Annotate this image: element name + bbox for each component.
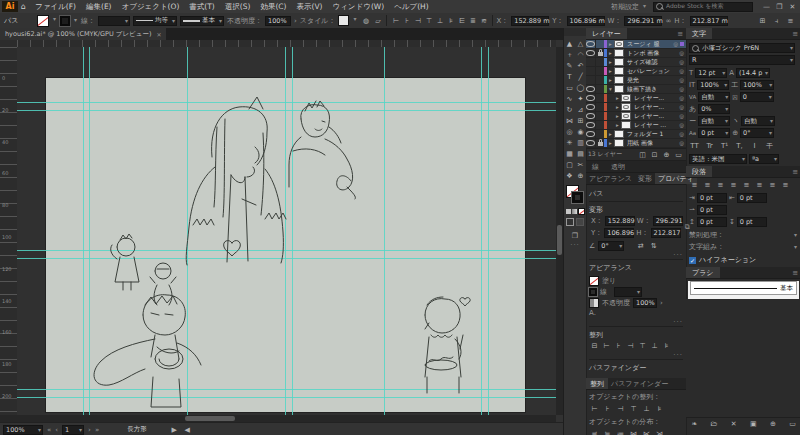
- tab-appearance[interactable]: アピアランス: [586, 173, 635, 184]
- layer-visibility-toggle[interactable]: [586, 94, 596, 102]
- layer-name[interactable]: サイズ確認: [627, 58, 677, 67]
- make-clipping-mask-icon[interactable]: ◫: [637, 150, 648, 160]
- v-align-top-icon[interactable]: ⊤: [628, 404, 639, 414]
- layer-target-icon[interactable]: ◎: [679, 59, 684, 65]
- status-play-icon[interactable]: ▶: [169, 425, 180, 435]
- menu-item-7[interactable]: ウィンドウ(W): [328, 2, 390, 12]
- lasso-tool[interactable]: ◠: [575, 49, 586, 60]
- layer-row-11[interactable]: ▸用紙 画像◎: [586, 139, 686, 148]
- align-left-icon[interactable]: ⊢: [601, 341, 612, 351]
- character-menu-icon[interactable]: ≡: [792, 30, 798, 38]
- tab-align[interactable]: 整列: [586, 378, 608, 389]
- mesh-tool[interactable]: ▦: [564, 148, 575, 159]
- minimize-icon[interactable]: —: [761, 2, 772, 12]
- all-caps-icon[interactable]: TT: [689, 141, 700, 151]
- tab-pathfinder[interactable]: パスファインダー: [608, 378, 671, 389]
- blend-tool[interactable]: ◉: [575, 126, 586, 137]
- align-bottom-icon[interactable]: ⊧: [661, 341, 672, 351]
- layer-expand-icon[interactable]: ▸: [607, 59, 614, 65]
- new-sublayer-icon[interactable]: ⊡: [649, 150, 660, 160]
- layer-expand-icon[interactable]: ▸: [614, 95, 621, 101]
- vertical-scrollbar-thumb[interactable]: [557, 225, 562, 255]
- fill-color-control[interactable]: [37, 15, 57, 27]
- tab-paragraph[interactable]: 段落: [686, 166, 712, 177]
- layer-expand-icon[interactable]: ▸: [607, 41, 614, 47]
- distribute-v-icon[interactable]: ≣: [467, 16, 478, 26]
- kinsoku-select[interactable]: [780, 231, 798, 239]
- layer-lock-toggle[interactable]: [596, 139, 604, 147]
- type-tool[interactable]: T: [564, 71, 575, 82]
- tsume-select[interactable]: 0%: [698, 104, 730, 114]
- character-style-shortcut[interactable]: A.: [589, 309, 596, 317]
- w-input[interactable]: 296.291 m: [624, 16, 662, 26]
- baseline-shift-select[interactable]: 0 pt: [698, 128, 730, 138]
- status-back-icon[interactable]: ◀: [182, 425, 193, 435]
- font-size-select[interactable]: 12 pt: [695, 68, 727, 78]
- align-more[interactable]: ···: [589, 351, 683, 359]
- share-icon[interactable]: ⫞: [771, 16, 782, 26]
- menu-item-3[interactable]: 書式(T): [184, 2, 219, 12]
- layer-expand-icon[interactable]: ▸: [607, 77, 614, 83]
- hyphenation-checkbox[interactable]: ✓: [689, 257, 696, 264]
- align-top-icon[interactable]: ⊤: [637, 341, 648, 351]
- options-menu-icon[interactable]: ≡: [785, 16, 796, 26]
- distribute-spacing-icon[interactable]: ≋: [478, 16, 489, 26]
- brush-libraries-icon[interactable]: ❧: [689, 419, 700, 429]
- layer-name[interactable]: フォルダー 1: [627, 130, 677, 139]
- stroke-options-icon[interactable]: ▣: [748, 419, 759, 429]
- screen-mode-icon[interactable]: ❒: [570, 230, 581, 241]
- curvature-tool[interactable]: ↶: [575, 60, 586, 71]
- new-layer-icon[interactable]: ⊕: [661, 150, 672, 160]
- delete-layer-icon[interactable]: ▭: [673, 150, 684, 160]
- link-dimensions-icon[interactable]: ∞: [665, 17, 671, 25]
- pen-tool[interactable]: ✎: [564, 60, 575, 71]
- layer-lock-toggle[interactable]: [596, 58, 604, 66]
- align-v-center-icon[interactable]: ⊥: [434, 16, 445, 26]
- align-panel-shortcut-icon[interactable]: ⊟: [589, 341, 600, 351]
- arrange-documents-icon[interactable]: ⊞: [757, 16, 768, 26]
- layer-target-icon[interactable]: ◎: [679, 122, 684, 128]
- layer-visibility-toggle[interactable]: [586, 58, 596, 66]
- width-tool[interactable]: ⋈: [564, 115, 575, 126]
- layer-target-icon[interactable]: ◎: [679, 104, 684, 110]
- stroke-indicator[interactable]: [572, 192, 583, 203]
- delete-brush-icon[interactable]: ▭: [787, 419, 798, 429]
- layer-name[interactable]: レイヤー ...: [634, 121, 677, 130]
- layer-lock-toggle[interactable]: [596, 121, 604, 129]
- gradient-tool[interactable]: ▤: [575, 148, 586, 159]
- color-button[interactable]: [566, 209, 571, 214]
- align-h-center-icon[interactable]: ⊦: [401, 16, 412, 26]
- aki-right-select[interactable]: 自動: [741, 116, 775, 126]
- tab-transparency[interactable]: 透明: [605, 161, 631, 172]
- char-rotation-select[interactable]: 0°: [740, 128, 774, 138]
- align-right-icon[interactable]: ⊣: [412, 16, 423, 26]
- selection-tool[interactable]: ▲: [564, 38, 575, 49]
- align-top-icon[interactable]: ⊤: [423, 16, 434, 26]
- slice-tool[interactable]: ✂: [575, 159, 586, 170]
- justify-last-left-icon[interactable]: ≡: [728, 180, 739, 190]
- rectangle-tool[interactable]: ▭: [564, 82, 575, 93]
- underline-icon[interactable]: I: [749, 141, 760, 151]
- document-tab[interactable]: hyousi62.ai* @ 100% (CMYK/GPU プレビュー) ✕: [0, 28, 166, 40]
- layer-lock-toggle[interactable]: [596, 112, 604, 120]
- horizontal-scale-select[interactable]: 100%: [740, 80, 774, 90]
- ellipse-tool[interactable]: ◯: [575, 82, 586, 93]
- stroke-weight-input[interactable]: [98, 16, 130, 26]
- leading-select[interactable]: (14.4 p: [736, 68, 770, 78]
- flip-vertical-icon[interactable]: ⇅: [648, 241, 659, 251]
- layer-target-icon[interactable]: ◎: [679, 68, 684, 74]
- h-input[interactable]: 212.817 m: [690, 16, 728, 26]
- tab-brushes[interactable]: ブラシ: [686, 267, 720, 278]
- remove-brush-stroke-icon[interactable]: ✕: [728, 419, 739, 429]
- justify-last-right-icon[interactable]: ≡: [754, 180, 765, 190]
- document-setup-icon[interactable]: ▱: [372, 16, 383, 26]
- indent-left-input[interactable]: 0 pt: [697, 193, 727, 203]
- layer-visibility-toggle[interactable]: [586, 139, 596, 147]
- layer-expand-icon[interactable]: ▸: [607, 68, 614, 74]
- anti-alias-select[interactable]: ªa: [749, 154, 779, 164]
- tab-character[interactable]: 文字: [686, 28, 712, 39]
- justify-icon[interactable]: ≡: [780, 180, 791, 190]
- appearance-stroke-weight[interactable]: [614, 287, 642, 297]
- horizontal-scrollbar[interactable]: [0, 415, 556, 422]
- layer-name[interactable]: セパレーション: [627, 67, 677, 76]
